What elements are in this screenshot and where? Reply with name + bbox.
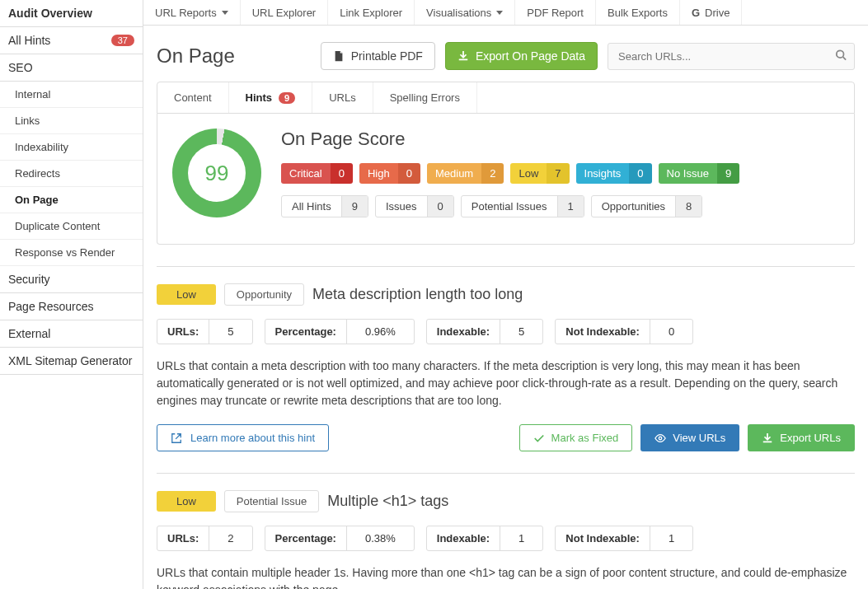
sidebar-item-internal[interactable]: Internal [0,82,143,108]
tab-spelling-errors[interactable]: Spelling Errors [373,82,477,113]
count: 0 [427,196,453,217]
sidebar-item-links[interactable]: Links [0,108,143,134]
severity-row: Critical0High0Medium2Low7Insights0No Iss… [281,163,839,184]
label: URL Explorer [252,7,317,19]
label: No Issue [659,163,717,184]
label: All Hints [282,196,341,217]
label: Potential Issues [462,196,557,217]
label: View URLs [673,432,725,444]
topnav-url-explorer[interactable]: URL Explorer [241,0,329,25]
hint-title: Multiple <h1> tags [327,493,448,510]
severity-badge: Low [157,491,216,512]
export-on-page-button[interactable]: Export On Page Data [445,42,598,70]
topnav-pdf-report[interactable]: PDF Report [515,0,596,25]
download-icon [762,432,773,444]
label: Low [510,163,547,184]
topnav-bulk-exports[interactable]: Bulk Exports [596,0,680,25]
sidebar-external[interactable]: External [0,320,143,348]
label: Issues [376,196,427,217]
group-issues[interactable]: Issues0 [375,195,454,217]
tab-urls[interactable]: URLs [312,82,373,113]
external-link-icon [171,432,182,444]
stat-percentage: Percentage:0.96% [265,319,415,344]
hint-card: LowOpportunityMeta description length to… [157,266,855,451]
label: Bulk Exports [608,7,668,19]
topnav-visualisations[interactable]: Visualisations [415,0,515,25]
page-header: On Page Printable PDF Export On Page Dat… [157,26,855,82]
search-input[interactable] [608,43,855,70]
group-potential-issues[interactable]: Potential Issues1 [461,195,584,217]
label: Page Resources [8,300,94,313]
svg-point-1 [659,437,662,440]
label: All Hints [8,34,50,47]
label: Drive [705,7,730,19]
hint-actions: Learn more about this hintMark as FixedV… [157,424,855,451]
tab-hints[interactable]: Hints9 [229,82,313,113]
sidebar-item-response-vs-render[interactable]: Response vs Render [0,240,143,266]
score-card: 99 On Page Score Critical0High0Medium2Lo… [157,114,855,245]
label: Insights [576,163,630,184]
svg-point-0 [837,50,844,58]
label: Visualisations [426,7,491,19]
sidebar-item-redirects[interactable]: Redirects [0,161,143,187]
stat-not-indexable: Not Indexable:1 [555,526,693,551]
view-urls-button[interactable]: View URLs [640,424,739,451]
badge-count: 37 [111,35,134,46]
sidebar-item-indexability[interactable]: Indexability [0,134,143,161]
sidebar-all-hints[interactable]: All Hints 37 [0,27,143,54]
label: Content [174,91,212,104]
sidebar-page-resources[interactable]: Page Resources [0,293,143,320]
severity-low[interactable]: Low7 [510,163,569,184]
stat-urls: URLs:2 [157,526,253,551]
count: 8 [675,196,701,217]
topnav-drive[interactable]: GDrive [680,0,742,25]
sidebar: Audit Overview All Hints 37 SEO Internal… [0,0,143,589]
export-urls-button[interactable]: Export URLs [748,424,855,451]
count: 9 [341,196,368,217]
severity-no-issue[interactable]: No Issue9 [659,163,740,184]
sidebar-audit-overview[interactable]: Audit Overview [0,0,143,27]
group-all-hints[interactable]: All Hints9 [281,195,368,217]
stat-indexable: Indexable:1 [426,526,544,551]
score-donut: 99 [172,129,261,217]
count: 7 [547,163,569,184]
label: Learn more about this hint [190,432,315,444]
severity-badge: Low [157,284,216,305]
severity-insights[interactable]: Insights0 [576,163,652,184]
gdrive-icon: G [692,7,700,19]
label: Mark as Fixed [551,432,619,444]
file-icon [333,50,345,62]
label: Spelling Errors [390,91,460,104]
label: URLs [329,91,356,104]
chevron-down-icon [222,11,228,15]
severity-high[interactable]: High0 [359,163,420,184]
topnav-url-reports[interactable]: URL Reports [143,0,241,25]
sidebar-xml-sitemap[interactable]: XML Sitemap Generator [0,348,143,375]
search-icon[interactable] [835,49,847,63]
stat-not-indexable: Not Indexable:0 [555,319,693,344]
page-title: On Page [157,44,235,68]
type-badge: Opportunity [224,283,304,306]
count: 2 [481,163,504,184]
sidebar-seo[interactable]: SEO [0,54,143,82]
top-nav: URL Reports URL ExplorerLink ExplorerVis… [143,0,868,26]
sidebar-item-on-page[interactable]: On Page [0,187,143,213]
severity-critical[interactable]: Critical0 [281,163,353,184]
label: Critical [281,163,331,184]
sidebar-security[interactable]: Security [0,266,143,293]
mark-as-fixed-button[interactable]: Mark as Fixed [519,424,633,451]
count: 9 [717,163,739,184]
chevron-down-icon [496,11,503,15]
sidebar-item-duplicate-content[interactable]: Duplicate Content [0,213,143,240]
group-opportunities[interactable]: Opportunities8 [591,195,703,217]
tab-content[interactable]: Content [157,82,229,113]
topnav-link-explorer[interactable]: Link Explorer [328,0,415,25]
learn-more-button[interactable]: Learn more about this hint [157,424,329,451]
hint-title: Meta description length too long [312,286,523,303]
hint-head: LowOpportunityMeta description length to… [157,283,855,306]
count: 0 [331,163,353,184]
label: SEO [8,61,33,74]
hint-description: URLs that contain a meta description wit… [157,358,855,409]
severity-medium[interactable]: Medium2 [427,163,504,184]
printable-pdf-button[interactable]: Printable PDF [321,42,435,70]
